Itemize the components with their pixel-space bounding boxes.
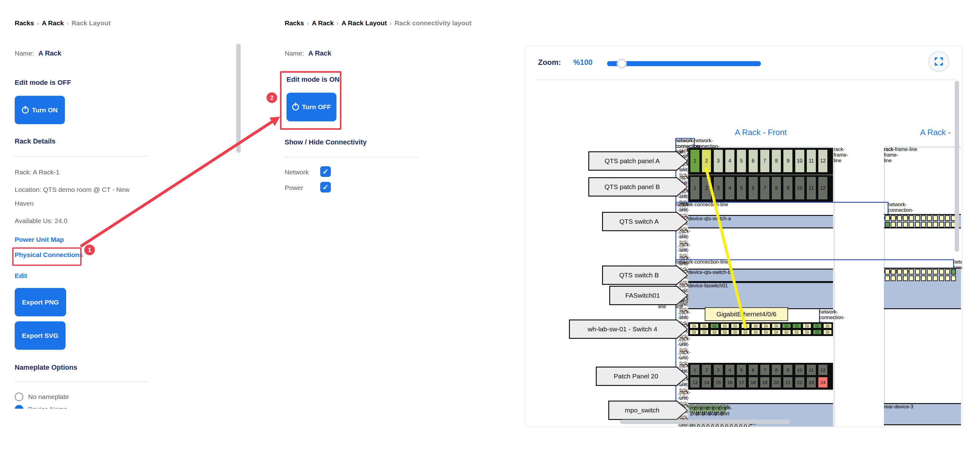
show-hide-heading: Show / Hide Connectivity xyxy=(285,138,367,146)
patch-panel-20-port: 19 xyxy=(760,377,770,388)
patch-panel-20-port: 11 xyxy=(806,364,816,375)
rack-element: rack-unit-tick xyxy=(679,175,687,175)
wh-lab-port: Gi xyxy=(751,329,760,335)
rear-port xyxy=(927,275,932,281)
rack-element: rack-frame-line xyxy=(834,146,835,427)
power-checkbox[interactable]: ✓ xyxy=(320,182,331,192)
export-svg-button[interactable]: Export SVG xyxy=(15,321,65,350)
rear-port xyxy=(945,215,950,221)
wh-lab-port: Gi xyxy=(792,329,802,335)
rear-port xyxy=(897,275,902,281)
viewer-vertical-scrollbar[interactable] xyxy=(955,81,959,252)
rack-element: rack-frame-line xyxy=(884,146,961,148)
patch-panel-b-port: 6 xyxy=(748,176,759,200)
rear-port xyxy=(909,215,914,221)
rear-port xyxy=(915,275,920,281)
wh-lab-port: Gi xyxy=(751,323,760,329)
device-label-callout: mpo_switch xyxy=(608,401,688,420)
wh-lab-port: Gi xyxy=(782,329,791,335)
patch-panel-20-port: 14 xyxy=(701,377,711,388)
radio-no-nameplate-label: No nameplate xyxy=(28,393,69,401)
rear-port xyxy=(909,222,914,227)
viewer-horizontal-scrollbar[interactable] xyxy=(620,420,790,424)
patch-panel-20-port: 23 xyxy=(806,377,816,388)
rear-port xyxy=(939,215,944,221)
wh-lab-port: Gi xyxy=(823,329,832,335)
location-text-line1: Location: QTS demo room @ CT - New xyxy=(15,186,129,194)
rear-port xyxy=(915,215,920,221)
breadcrumb-racks-2[interactable]: Racks xyxy=(285,19,304,27)
rack-element: rack-unit-tick xyxy=(679,350,687,350)
rack-front-title: A Rack - Front xyxy=(688,127,834,137)
rack-element: mpo-port xyxy=(690,405,695,412)
patch-panel-20-port: 4 xyxy=(725,364,735,375)
network-checkbox[interactable]: ✓ xyxy=(320,166,331,177)
edit-mode-status: Edit mode is OFF xyxy=(15,79,71,87)
patch-panel-b-port: 11 xyxy=(806,176,816,200)
rack-element: device-qts-switch-b xyxy=(688,269,833,282)
patch-panel-b-port: 8 xyxy=(771,176,781,200)
rear-port xyxy=(891,269,896,275)
location-text-line2: Haven xyxy=(15,200,34,207)
radio-device-name[interactable] xyxy=(15,405,24,409)
turn-on-button[interactable]: Turn ON xyxy=(15,96,65,124)
rear-port xyxy=(915,269,920,275)
annotation-box-physical-connections xyxy=(12,247,81,266)
rack-element: rack-unit-tick xyxy=(679,390,687,390)
patch-panel-a-port: 12 xyxy=(818,149,828,173)
breadcrumb-a-rack-layout[interactable]: A Rack Layout xyxy=(341,19,387,27)
export-png-button[interactable]: Export PNG xyxy=(15,288,66,316)
patch-panel-20-port: 13 xyxy=(690,377,700,388)
rack-element: rack-unit-tick xyxy=(679,242,687,242)
rack-name-value: A Rack xyxy=(38,49,62,57)
rear-port xyxy=(897,215,902,221)
patch-panel-a-port: 2 xyxy=(701,149,711,173)
power-label: Power xyxy=(285,184,303,192)
rack-element: mpo-port xyxy=(708,405,713,412)
edit-link[interactable]: Edit xyxy=(15,272,27,280)
rear-port xyxy=(945,275,950,281)
wh-lab-port: Gi xyxy=(720,323,730,329)
divider xyxy=(15,382,148,382)
divider xyxy=(285,157,418,157)
rack-element: network-connection-line xyxy=(675,259,953,260)
device-label-text: mpo_switch xyxy=(609,401,675,420)
radio-no-nameplate[interactable] xyxy=(15,393,24,401)
patch-panel-a-port: 5 xyxy=(736,149,746,173)
device-label-text: FASwitch01 xyxy=(611,286,675,305)
patch-panel-20-port: 15 xyxy=(713,377,724,388)
wh-lab-port: Gi xyxy=(710,329,719,335)
wh-lab-port: Gi xyxy=(741,329,750,335)
rear-port xyxy=(951,275,956,281)
patch-panel-a-port: 9 xyxy=(783,149,793,173)
wh-lab-port: Gi xyxy=(813,323,822,329)
patch-panel-20-port: 21 xyxy=(783,377,793,388)
rack-element: network-connection-line xyxy=(694,138,695,146)
breadcrumb-current-2: Rack connectivity layout xyxy=(395,19,471,27)
rear-port xyxy=(897,222,902,227)
breadcrumb-a-rack[interactable]: A Rack xyxy=(42,19,64,27)
breadcrumb-left: Racks›A Rack›Rack Layout xyxy=(15,19,110,27)
device-label-callout: Patch Panel 20 xyxy=(596,367,688,386)
patch-panel-a-port: 3 xyxy=(713,149,724,173)
rear-port xyxy=(915,222,920,227)
wh-lab-port: Gi xyxy=(772,323,781,329)
wh-lab-port: Gi xyxy=(720,329,730,335)
patch-panel-b-port: 5 xyxy=(736,176,746,200)
breadcrumb-racks[interactable]: Racks xyxy=(15,19,34,27)
patch-panel-20-port: 17 xyxy=(736,377,746,388)
device-label-callout: QTS patch panel A xyxy=(588,151,688,171)
left-panel-scrollbar[interactable] xyxy=(236,44,241,153)
rear-port xyxy=(921,269,926,275)
power-icon xyxy=(22,107,29,114)
turn-off-button[interactable]: Turn OFF xyxy=(286,93,336,121)
rear-port xyxy=(909,269,914,275)
device-label-text: QTS switch A xyxy=(603,212,675,231)
patch-panel-20-port: 16 xyxy=(725,377,735,388)
rear-port xyxy=(945,269,950,275)
rear-port xyxy=(933,275,938,281)
breadcrumb-a-rack-2[interactable]: A Rack xyxy=(312,19,334,27)
power-unit-map-link[interactable]: Power Unit Map xyxy=(15,236,64,243)
rear-port xyxy=(897,269,902,275)
rear-port xyxy=(921,215,926,221)
